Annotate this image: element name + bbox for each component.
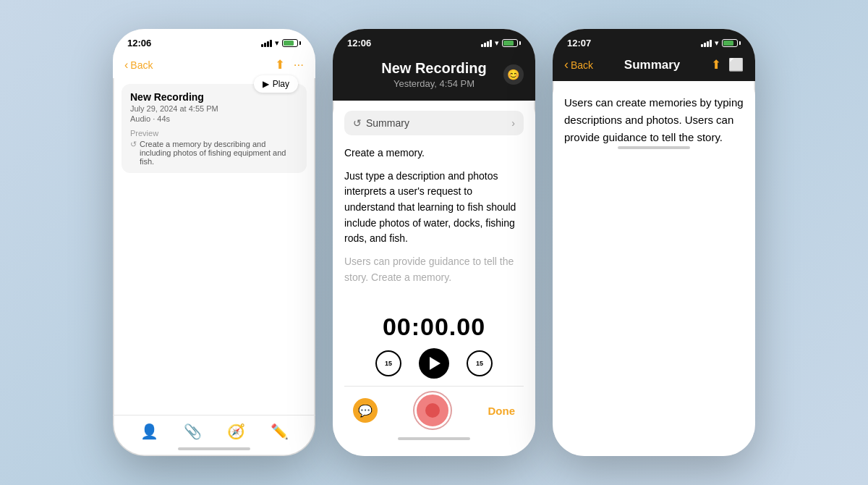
status-icons-3: ▾ bbox=[701, 38, 741, 48]
skip-forward-num-2: 15 bbox=[476, 360, 483, 367]
phone2-body: ↺ Summary › Create a memory. Just type a… bbox=[333, 101, 535, 456]
play-triangle-2 bbox=[430, 357, 441, 370]
battery-1 bbox=[282, 39, 301, 47]
back-chevron-3: ‹ bbox=[564, 57, 569, 72]
recording-card-1: New Recording July 29, 2024 at 4:55 PM A… bbox=[122, 84, 307, 173]
compose-icon-1[interactable]: ✏️ bbox=[271, 423, 289, 440]
status-icons-1: ▾ bbox=[261, 38, 301, 48]
skip-back-button-2[interactable]: 15 bbox=[375, 350, 401, 376]
transcript-p2-2: Just type a description and photos inter… bbox=[344, 169, 524, 247]
back-label-3: Back bbox=[571, 59, 593, 71]
summary-icon-2: ↺ bbox=[353, 117, 362, 129]
phone2-title: New Recording bbox=[381, 60, 487, 77]
signal-icon-1 bbox=[261, 40, 272, 47]
chat-button-2[interactable]: 💬 bbox=[353, 398, 378, 423]
recording-type-1: Audio · 44s bbox=[130, 114, 254, 123]
export-icon-3[interactable]: ⬜ bbox=[728, 57, 744, 72]
phone-1: 12:06 ▾ ‹ Back ⬆ ··· bbox=[113, 29, 315, 456]
timer-display-2: 00:00.00 bbox=[344, 313, 524, 341]
status-icons-2: ▾ bbox=[481, 38, 521, 48]
transcript-p3-2: Users can provide guidance to tell the s… bbox=[344, 254, 524, 285]
phone2-header: New Recording Yesterday, 4:54 PM 😊 bbox=[333, 53, 535, 101]
phone3-nav: ‹ Back Summary ⬆ ⬜ bbox=[564, 57, 744, 72]
nav-bar-1: ‹ Back ⬆ ··· bbox=[113, 53, 315, 78]
play-icon-1: ▶ bbox=[263, 79, 269, 89]
send-icon-1[interactable]: 🧭 bbox=[227, 423, 245, 440]
home-indicator-3 bbox=[618, 146, 690, 149]
back-button-1[interactable]: ‹ Back bbox=[124, 59, 153, 72]
play-label-1: Play bbox=[273, 79, 289, 89]
wifi-icon-2: ▾ bbox=[495, 38, 499, 48]
status-bar-1: 12:06 ▾ bbox=[113, 29, 315, 53]
skip-forward-button-2[interactable]: 15 bbox=[467, 350, 493, 376]
timer-section-2: 00:00.00 15 15 bbox=[344, 303, 524, 386]
summary-label-2: Summary bbox=[366, 117, 409, 129]
bottom-bar-2: 💬 Done bbox=[344, 386, 524, 434]
preview-label-1: Preview bbox=[130, 129, 298, 138]
status-time-2: 12:06 bbox=[347, 38, 371, 48]
recording-title-1: New Recording bbox=[130, 91, 254, 103]
record-inner-2 bbox=[425, 403, 440, 418]
status-bar-2: 12:06 ▾ bbox=[333, 29, 535, 53]
emoji-button-2[interactable]: 😊 bbox=[503, 64, 524, 85]
more-icon-1[interactable]: ··· bbox=[294, 58, 304, 72]
attach-icon-1[interactable]: 📎 bbox=[184, 423, 202, 440]
phone3-title: Summary bbox=[624, 58, 680, 72]
share-icon-3[interactable]: ⬆ bbox=[711, 57, 721, 72]
playback-controls-2: 15 15 bbox=[344, 348, 524, 379]
wifi-icon-1: ▾ bbox=[275, 38, 279, 48]
play-button-1[interactable]: ▶ Play bbox=[254, 75, 298, 93]
home-indicator-2 bbox=[398, 437, 470, 440]
status-time-1: 12:06 bbox=[127, 38, 151, 48]
battery-2 bbox=[502, 39, 521, 47]
wifi-icon-3: ▾ bbox=[715, 38, 719, 48]
bottom-toolbar-1: 👤 📎 🧭 ✏️ bbox=[113, 415, 315, 444]
phone2-subtitle: Yesterday, 4:54 PM bbox=[381, 78, 487, 89]
phone-3: 12:07 ▾ ‹ Back Summary ⬆ ⬜ Users ca bbox=[553, 29, 755, 456]
status-bar-3: 12:07 ▾ bbox=[553, 29, 755, 53]
done-button-2[interactable]: Done bbox=[488, 405, 516, 417]
phone-2: 12:06 ▾ New Recording Yesterday, 4:54 PM… bbox=[333, 29, 535, 456]
signal-icon-2 bbox=[481, 40, 492, 47]
transcript-p1-2: Create a memory. bbox=[344, 146, 524, 161]
battery-3 bbox=[722, 39, 741, 47]
recording-date-1: July 29, 2024 at 4:55 PM bbox=[130, 104, 254, 113]
phone3-header: ‹ Back Summary ⬆ ⬜ bbox=[553, 53, 755, 81]
signal-icon-3 bbox=[701, 40, 712, 47]
play-large-button-2[interactable] bbox=[419, 348, 449, 379]
summary-row-2[interactable]: ↺ Summary › bbox=[344, 111, 524, 135]
preview-text-1: ↺ Create a memory by describing and incl… bbox=[130, 140, 298, 166]
status-time-3: 12:07 bbox=[567, 38, 591, 48]
preview-content-1: Create a memory by describing and includ… bbox=[140, 140, 298, 166]
nav-actions-1: ⬆ ··· bbox=[275, 57, 304, 72]
share-icon-1[interactable]: ⬆ bbox=[275, 57, 285, 72]
skip-back-num-2: 15 bbox=[385, 360, 392, 367]
preview-icon-1: ↺ bbox=[130, 140, 137, 166]
back-chevron-1: ‹ bbox=[124, 59, 128, 72]
phone3-body: Users can create memories by typing desc… bbox=[553, 81, 755, 456]
record-button-2[interactable] bbox=[414, 392, 451, 429]
summary-chevron-2: › bbox=[511, 117, 515, 129]
back-label-1: Back bbox=[130, 59, 153, 71]
back-button-3[interactable]: ‹ Back bbox=[564, 57, 593, 72]
contacts-icon-1[interactable]: 👤 bbox=[140, 423, 158, 440]
transcript-2: Create a memory. Just type a description… bbox=[344, 146, 524, 303]
summary-content-3: Users can create memories by typing desc… bbox=[564, 94, 744, 146]
home-indicator-1 bbox=[178, 447, 250, 450]
screen-1: ‹ Back ⬆ ··· New Recording July 29, 2024… bbox=[113, 53, 315, 456]
